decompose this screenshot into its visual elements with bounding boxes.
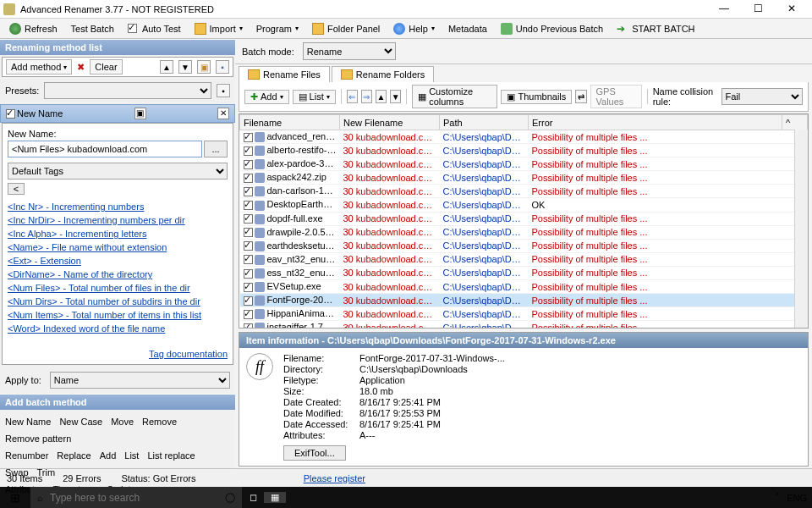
window-minimize[interactable]: — [707, 0, 741, 19]
batch-method-link[interactable]: New Name [5, 413, 51, 430]
batch-method-link[interactable]: List [124, 447, 139, 464]
table-row[interactable]: aspack242.zip30 kubadownload.com.zipC:\U… [240, 171, 808, 185]
scrollbar[interactable] [794, 130, 808, 328]
batch-method-link[interactable]: Move [111, 413, 134, 430]
task-view-icon[interactable]: ◻ [242, 492, 264, 503]
add-files-button[interactable]: ✚Add▾ [244, 90, 289, 104]
default-tags-select[interactable]: Default Tags [8, 163, 228, 179]
cortana-icon[interactable]: ◯ [225, 492, 235, 503]
clear-button[interactable]: Clear [90, 59, 122, 75]
col-tail[interactable]: ^ [782, 115, 808, 130]
customize-columns-button[interactable]: ▦Customize columns [412, 85, 497, 108]
batch-method-link[interactable]: List replace [147, 447, 195, 464]
windows-taskbar[interactable]: ⊞ ⌕ ◯ ◻ ▦ ˄ ENG [0, 487, 812, 508]
newname-input[interactable] [8, 141, 202, 157]
collision-select[interactable]: Fail [721, 88, 804, 105]
table-row[interactable]: EVSetup.exe30 kubadownload.com.exeC:\Use… [240, 280, 808, 294]
table-row[interactable]: instagiffer-1.75-set...30 kubadownload.c… [240, 321, 808, 329]
open-icon[interactable]: ▣ [197, 60, 211, 74]
rename-pairs-icon[interactable]: ⇄ [575, 90, 586, 103]
presets-select[interactable] [44, 82, 211, 99]
thumbnails-button[interactable]: ▣Thumbnails [501, 90, 572, 104]
auto-test-toggle[interactable]: Auto Test [122, 21, 187, 36]
taskbar-search[interactable]: ⌕ ◯ [30, 487, 242, 508]
batch-method-link[interactable]: Add [100, 447, 117, 464]
test-batch-button[interactable]: Test Batch [65, 21, 120, 36]
batch-method-link[interactable]: Replace [57, 447, 91, 464]
arrow-left-icon[interactable]: ⇐ [347, 90, 358, 103]
move-up-icon[interactable]: ▲ [160, 60, 173, 74]
search-input[interactable] [50, 492, 218, 504]
exiftool-button[interactable]: ExifTool... [283, 445, 346, 461]
tab-rename-files[interactable]: Rename Files [239, 66, 330, 82]
tag-link[interactable]: <Word> Indexed word of the file name [8, 322, 228, 335]
lang-indicator[interactable]: ENG [787, 493, 807, 503]
tag-link[interactable]: <Num Items> - Total number of items in t… [8, 308, 228, 322]
table-row[interactable]: earthdesksetup-win...30 kubadownload.com… [240, 239, 808, 252]
metadata-button[interactable]: Metadata [442, 21, 493, 36]
preset-save-icon[interactable]: ▪ [217, 84, 230, 97]
table-row[interactable]: advanced_renamer...30 kubadownload.com.e… [240, 130, 808, 144]
table-row[interactable]: dopdf-full.exe30 kubadownload.com.exeC:\… [240, 212, 808, 225]
window-close[interactable]: ✕ [775, 0, 809, 19]
table-row[interactable]: HippaniAnimator5.exe30 kubadownload.com.… [240, 307, 808, 321]
arrow-right-icon[interactable]: ⇒ [361, 90, 372, 103]
chevron-down-icon: ▾ [431, 25, 435, 32]
batch-method-link[interactable]: Remove [142, 413, 177, 430]
add-method-button[interactable]: Add method▾ [6, 59, 72, 75]
window-maximize[interactable]: ☐ [741, 0, 775, 19]
tag-link[interactable]: <Name> - File name without extension [8, 240, 228, 254]
table-row[interactable]: FontForge-2017-07...30 kubadownload.com.… [240, 294, 808, 307]
tag-link[interactable]: <Inc Alpha> - Incrementing letters [8, 227, 228, 240]
table-row[interactable]: ess_nt32_enu.exe30 kubadownload.com.exeC… [240, 266, 808, 279]
tab-rename-folders[interactable]: Rename Folders [332, 66, 434, 82]
more-button[interactable]: ... [204, 141, 228, 157]
insert-tag-button[interactable]: < [8, 183, 25, 195]
import-menu[interactable]: Import▾ [189, 20, 249, 37]
start-button[interactable]: ⊞ [0, 491, 30, 505]
folder-panel-button[interactable]: Folder Panel [306, 20, 386, 37]
batch-method-link[interactable]: Renumber [5, 447, 48, 464]
batch-method-link[interactable]: Remove pattern [5, 430, 71, 447]
tray-chevron-icon[interactable]: ˄ [775, 492, 780, 503]
table-row[interactable]: alberto-restifo-451...30 kubadownload.co… [240, 144, 808, 157]
help-menu[interactable]: Help▾ [387, 20, 441, 37]
tag-link[interactable]: <Ext> - Extension [8, 254, 228, 268]
list-menu[interactable]: ▤List▾ [293, 90, 336, 104]
delete-icon[interactable]: ✖ [77, 62, 85, 73]
col-newfilename[interactable]: New Filename [340, 115, 440, 130]
app-taskbar-icon[interactable]: ▦ [264, 492, 286, 503]
batch-mode-select[interactable]: Rename [303, 42, 396, 60]
tag-link[interactable]: <Inc NrDir> - Incrementing numbers per d… [8, 213, 228, 227]
tag-link[interactable]: <DirName> - Name of the directory [8, 268, 228, 281]
tag-link[interactable]: <Num Files> - Total number of files in t… [8, 281, 228, 295]
col-path[interactable]: Path [440, 115, 529, 130]
close-icon[interactable]: ✕ [217, 108, 229, 119]
move-down-icon[interactable]: ▼ [390, 90, 401, 103]
batch-method-link[interactable]: New Case [59, 413, 102, 430]
tag-link[interactable]: <Inc Nr> - Incrementing numbers [8, 200, 228, 213]
table-row[interactable]: drawpile-2.0.5.1-se...30 kubadownload.co… [240, 225, 808, 239]
tag-link[interactable]: <Num Dirs> - Total number of subdirs in … [8, 295, 228, 308]
table-row[interactable]: dan-carlson-141263...30 kubadownload.com… [240, 185, 808, 198]
table-row[interactable]: eav_nt32_enu.exe30 kubadownload.com.exeC… [240, 252, 808, 266]
collapse-icon[interactable]: ▣ [134, 108, 146, 119]
checkbox-icon[interactable] [6, 109, 15, 119]
move-up-icon[interactable]: ▲ [376, 90, 387, 103]
table-row[interactable]: alex-pardoe-32870...30 kubadownload.com.… [240, 157, 808, 171]
undo-batch-button[interactable]: Undo Previous Batch [495, 20, 609, 37]
newname-section-header[interactable]: New Name ▣ ✕ [0, 104, 235, 123]
program-menu[interactable]: Program▾ [250, 21, 304, 36]
col-filename[interactable]: Filename [240, 115, 340, 130]
tag-doc-link[interactable]: Tag documentation [149, 349, 228, 359]
col-error[interactable]: Error [529, 115, 782, 130]
batch-methods-header: Add batch method [0, 394, 235, 410]
file-grid[interactable]: Filename New Filename Path Error ^ advan… [239, 113, 809, 329]
table-row[interactable]: DesktopEarthSetup...30 kubadownload.com.… [240, 198, 808, 212]
move-down-icon[interactable]: ▼ [178, 60, 192, 74]
register-link[interactable]: Please register [304, 473, 365, 483]
start-batch-button[interactable]: ➔START BATCH [611, 20, 700, 37]
refresh-button[interactable]: Refresh [3, 20, 63, 37]
apply-to-select[interactable]: Name [50, 372, 230, 389]
save-icon[interactable]: ▪ [216, 60, 229, 74]
